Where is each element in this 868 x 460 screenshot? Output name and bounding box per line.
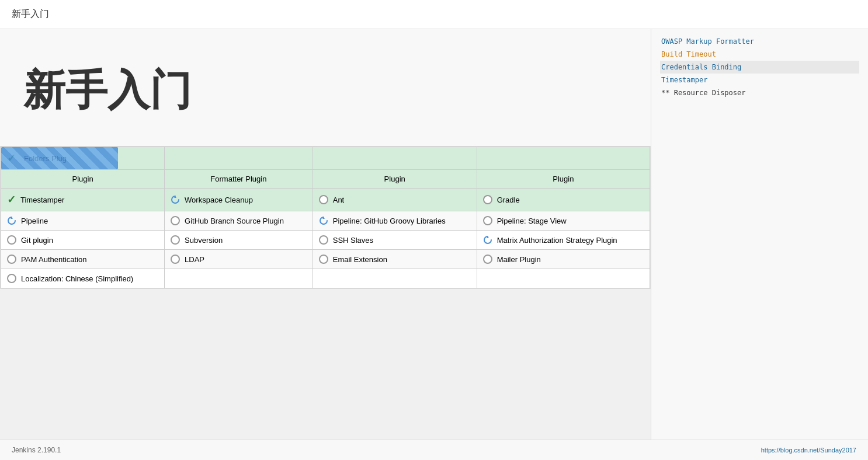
plugin-cell <box>313 269 477 288</box>
page-title: 新手入门 <box>12 8 49 20</box>
cell-content: Gradle <box>483 195 644 204</box>
big-title: 新手入门 <box>23 62 192 119</box>
plugin-name: Git plugin <box>21 236 53 245</box>
plugin-cell: Git plugin <box>1 231 165 250</box>
cell-content: Mailer Plugin <box>483 255 644 264</box>
big-title-area: 新手入门 <box>0 29 651 146</box>
empty-cell <box>477 147 650 170</box>
radio-circle[interactable] <box>483 255 492 264</box>
bottom-bar: Jenkins 2.190.1 https://blog.csdn.net/Su… <box>0 440 868 460</box>
plugin-table: ✓Folders PlugPluginFormatter PluginPlugi… <box>1 147 650 288</box>
plugin-name: Workspace Cleanup <box>185 196 253 204</box>
cell-content: Git plugin <box>7 235 158 245</box>
table-row: PluginFormatter PluginPluginPlugin <box>1 170 650 189</box>
cell-content: ✓Timestamper <box>7 193 158 206</box>
cell-content: Workspace Cleanup <box>171 195 307 204</box>
cell-content: Ant <box>319 195 471 204</box>
plugin-cell: SSH Slaves <box>313 231 477 250</box>
radio-circle[interactable] <box>319 195 328 204</box>
center-panel: 新手入门 ✓Folders PlugPluginFormatter Plugin… <box>0 29 651 460</box>
cell-content: Subversion <box>171 235 307 245</box>
plugin-cell: Gradle <box>477 189 650 211</box>
plugin-cell: GitHub Branch Source Plugin <box>165 211 313 231</box>
cell-content: Matrix Authorization Strategy Plugin <box>483 235 644 245</box>
plugin-name: Pipeline <box>21 217 48 225</box>
right-panel-item[interactable]: Build Timeout <box>660 48 859 61</box>
column-header: Plugin <box>1 170 165 189</box>
table-row: ✓Folders Plug <box>1 147 650 170</box>
plugin-name: Localization: Chinese (Simplified) <box>21 274 133 283</box>
column-header: Plugin <box>477 170 650 189</box>
table-row: PipelineGitHub Branch Source Plugin Pipe… <box>1 211 650 231</box>
cell-content: LDAP <box>171 255 307 264</box>
plugin-cell <box>477 269 650 288</box>
plugin-name: Timestamper <box>20 196 64 204</box>
column-header: Formatter Plugin <box>165 170 313 189</box>
plugin-name: Mailer Plugin <box>497 255 541 264</box>
plugin-name: Pipeline: GitHub Groovy Libraries <box>333 217 446 225</box>
plugin-cell: LDAP <box>165 250 313 269</box>
spinner-icon <box>7 216 16 225</box>
folders-plugin-cell: ✓Folders Plug <box>1 147 165 170</box>
plugin-cell: Matrix Authorization Strategy Plugin <box>477 231 650 250</box>
radio-circle[interactable] <box>171 255 180 264</box>
plugin-cell <box>165 269 313 288</box>
column-header: Plugin <box>313 170 477 189</box>
radio-circle[interactable] <box>483 195 492 204</box>
radio-circle[interactable] <box>171 216 180 225</box>
plugin-cell: Pipeline <box>1 211 165 231</box>
plugin-name: PAM Authentication <box>21 255 87 264</box>
plugin-name: Pipeline: Stage View <box>497 217 567 225</box>
plugin-cell: Mailer Plugin <box>477 250 650 269</box>
plugin-name: Gradle <box>497 196 520 204</box>
progress-bar <box>1 147 118 169</box>
footer-link: https://blog.csdn.net/Sunday2017 <box>761 447 856 454</box>
plugin-table-wrapper: ✓Folders PlugPluginFormatter PluginPlugi… <box>0 146 651 289</box>
cell-content: Pipeline <box>7 216 158 225</box>
jenkins-version: Jenkins 2.190.1 <box>12 446 61 454</box>
right-panel-item[interactable]: Timestamper <box>660 74 859 86</box>
top-bar: 新手入门 <box>0 0 868 29</box>
radio-circle[interactable] <box>171 235 180 245</box>
table-row: ✓Timestamper Workspace CleanupAntGradle <box>1 189 650 211</box>
plugin-name: Subversion <box>185 236 223 245</box>
cell-content: Email Extension <box>319 255 471 264</box>
radio-circle[interactable] <box>7 274 16 283</box>
plugin-cell: Ant <box>313 189 477 211</box>
empty-cell <box>165 147 313 170</box>
plugin-name: LDAP <box>185 255 204 264</box>
plugin-cell: ✓Timestamper <box>1 189 165 211</box>
cell-content: Pipeline: GitHub Groovy Libraries <box>319 216 471 225</box>
spinner-icon <box>171 195 180 204</box>
radio-circle[interactable] <box>7 235 16 245</box>
empty-cell <box>313 147 477 170</box>
plugin-name: Email Extension <box>333 255 387 264</box>
spinner-icon <box>319 216 328 225</box>
plugin-name: Ant <box>333 196 345 204</box>
plugin-cell: Localization: Chinese (Simplified) <box>1 269 165 288</box>
cell-content: Pipeline: Stage View <box>483 216 644 225</box>
table-row: PAM AuthenticationLDAPEmail ExtensionMai… <box>1 250 650 269</box>
radio-circle[interactable] <box>483 216 492 225</box>
plugin-cell: Pipeline: Stage View <box>477 211 650 231</box>
right-panel-item[interactable]: ** Resource Disposer <box>660 86 859 99</box>
right-panel-item[interactable]: OWASP Markup Formatter <box>660 35 859 48</box>
radio-circle[interactable] <box>319 255 328 264</box>
radio-circle[interactable] <box>319 235 328 245</box>
plugin-name: SSH Slaves <box>333 236 373 245</box>
cell-content: Localization: Chinese (Simplified) <box>7 274 158 283</box>
right-panel-list: OWASP Markup FormatterBuild TimeoutCrede… <box>651 29 868 441</box>
plugin-name: Matrix Authorization Strategy Plugin <box>497 236 617 245</box>
plugin-cell: Pipeline: GitHub Groovy Libraries <box>313 211 477 231</box>
right-panel-item[interactable]: Credentials Binding <box>660 61 859 74</box>
plugin-cell: Workspace Cleanup <box>165 189 313 211</box>
radio-circle[interactable] <box>7 255 16 264</box>
cell-content: SSH Slaves <box>319 235 471 245</box>
plugin-cell: Email Extension <box>313 250 477 269</box>
plugin-cell: PAM Authentication <box>1 250 165 269</box>
check-icon: ✓ <box>7 193 16 206</box>
right-panel: OWASP Markup FormatterBuild TimeoutCrede… <box>651 29 868 460</box>
plugin-cell: Subversion <box>165 231 313 250</box>
cell-content: GitHub Branch Source Plugin <box>171 216 307 225</box>
table-row: Git pluginSubversionSSH Slaves Matrix Au… <box>1 231 650 250</box>
